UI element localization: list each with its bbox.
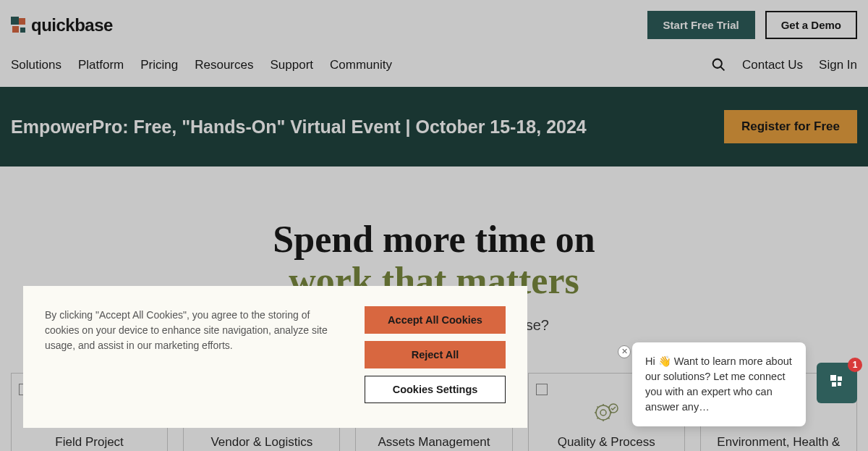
search-icon[interactable] [711, 57, 726, 72]
svg-rect-16 [832, 382, 836, 387]
svg-rect-14 [830, 375, 836, 381]
nav-resources[interactable]: Resources [195, 58, 253, 72]
checkbox-icon[interactable] [536, 384, 548, 395]
svg-rect-17 [838, 382, 841, 386]
nav-contact[interactable]: Contact Us [742, 58, 803, 72]
gear-badge-icon [592, 398, 621, 427]
start-trial-button[interactable]: Start Free Trial [647, 11, 755, 39]
svg-line-5 [720, 67, 724, 70]
svg-rect-3 [20, 28, 25, 33]
nav-signin[interactable]: Sign In [819, 58, 857, 72]
chat-close-icon[interactable]: ✕ [618, 345, 631, 358]
get-demo-button[interactable]: Get a Demo [765, 11, 857, 39]
card-title: Assets Management [378, 434, 490, 450]
reject-cookies-button[interactable]: Reject All [365, 341, 506, 368]
card-title: Quality & Process Improvement [536, 434, 677, 451]
nav-solutions[interactable]: Solutions [11, 58, 61, 72]
card-title: Vendor & Logistics Management [191, 434, 332, 451]
register-button[interactable]: Register for Free [724, 110, 857, 143]
chat-bubble[interactable]: Hi 👋 Want to learn more about our soluti… [632, 342, 806, 426]
banner-text: EmpowerPro: Free, "Hands-On" Virtual Eve… [11, 117, 587, 138]
chat-launcher-button[interactable]: 1 [817, 363, 857, 403]
card-title: Environment, Health & Safety Management [708, 434, 849, 451]
brand-logo[interactable]: quickbase [11, 15, 113, 35]
nav-pricing[interactable]: Pricing [140, 58, 178, 72]
cookie-text: By clicking "Accept All Cookies", you ag… [45, 306, 343, 403]
promo-banner: EmpowerPro: Free, "Hands-On" Virtual Eve… [0, 87, 868, 167]
svg-rect-15 [838, 376, 842, 381]
svg-rect-0 [11, 17, 19, 25]
nav-platform[interactable]: Platform [78, 58, 124, 72]
hero-title-line1: Spend more time on [14, 219, 854, 260]
accept-cookies-button[interactable]: Accept All Cookies [365, 306, 506, 334]
nav-community[interactable]: Community [330, 58, 392, 72]
nav-support[interactable]: Support [270, 58, 313, 72]
chat-icon [828, 373, 846, 393]
cookie-consent-modal: By clicking "Accept All Cookies", you ag… [23, 286, 527, 428]
svg-rect-2 [12, 26, 19, 33]
brand-name: quickbase [31, 15, 113, 35]
svg-point-12 [600, 410, 606, 416]
cookie-settings-button[interactable]: Cookies Settings [365, 376, 506, 403]
logo-mark-icon [11, 17, 27, 34]
chat-badge: 1 [848, 358, 862, 372]
svg-point-4 [713, 59, 722, 68]
card-title: Field Project Management [19, 434, 160, 451]
svg-rect-1 [19, 18, 25, 25]
